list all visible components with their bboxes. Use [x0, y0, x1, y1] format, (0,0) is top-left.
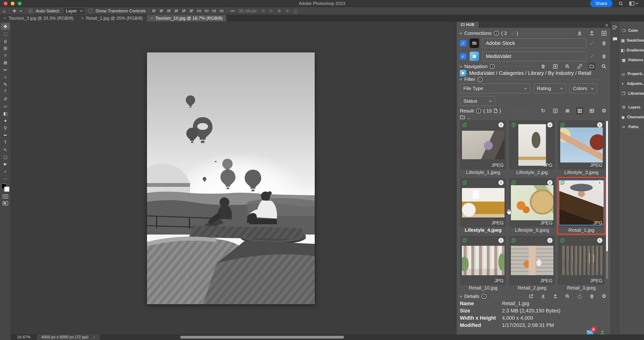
trash-icon[interactable]: [600, 53, 608, 60]
cihub-panel-tab[interactable]: CI HUB: [456, 22, 478, 28]
asset-thumbnail[interactable]: [462, 188, 504, 218]
dock-item-swatches[interactable]: ▦Swatches: [619, 35, 644, 45]
document-tab-0[interactable]: ×Tourism_3.jpg @ 33.3% (RGB/8): [0, 15, 77, 21]
asset-thumbnail[interactable]: [560, 127, 603, 163]
info-icon[interactable]: i: [490, 64, 495, 69]
filter-dropdown-rating[interactable]: Rating: [533, 83, 566, 93]
add-folder-icon[interactable]: [552, 63, 559, 70]
asset-card[interactable]: iJPG: [558, 178, 604, 227]
add-connection-icon[interactable]: [600, 30, 608, 37]
dock-item-layers[interactable]: ⧉Layers: [619, 102, 644, 112]
folder-up-label[interactable]: ..: [467, 114, 470, 120]
info-icon[interactable]: i: [597, 238, 602, 243]
align-left-icon[interactable]: [152, 9, 156, 13]
distribute-vcenter-icon[interactable]: [220, 9, 224, 13]
add-result-icon[interactable]: [552, 107, 559, 114]
trash-icon[interactable]: [540, 63, 547, 70]
asset-thumbnail[interactable]: [462, 246, 504, 275]
asset-thumbnail[interactable]: [560, 246, 603, 275]
chevron-down-icon[interactable]: [459, 64, 462, 68]
open-external-icon[interactable]: [528, 293, 534, 300]
trash-icon[interactable]: [600, 40, 608, 47]
marquee-tool[interactable]: ⬚: [1, 30, 10, 37]
panel-scrollbar-thumb[interactable]: [606, 121, 608, 252]
show-transform-checkbox[interactable]: ✓: [88, 9, 92, 13]
dock-item-properti[interactable]: ⚍Properti..: [619, 69, 644, 79]
zoom-level[interactable]: 16.67%: [11, 335, 37, 340]
distribute-hcenter-icon[interactable]: [205, 9, 208, 13]
horizontal-scrollbar-thumb[interactable]: [180, 336, 344, 339]
dock-item-channels[interactable]: ◉Channels: [619, 112, 644, 122]
history-brush-tool[interactable]: ↺: [1, 95, 10, 102]
blur-tool[interactable]: ♦: [1, 117, 10, 124]
path-selection-tool[interactable]: ↖: [1, 146, 10, 153]
workspace-switcher-icon[interactable]: [629, 1, 638, 5]
navigation-section-header[interactable]: Navigation i: [460, 63, 608, 70]
info-icon[interactable]: i: [498, 122, 504, 127]
user-account-icon[interactable]: [600, 330, 605, 335]
close-tab-icon[interactable]: ×: [81, 16, 84, 21]
asset-filename[interactable]: Lifestyle_9.jpeg: [510, 227, 554, 233]
asset-card[interactable]: iJPG: [510, 121, 554, 169]
type-tool[interactable]: T: [1, 139, 10, 146]
asset-card[interactable]: iJPEG: [510, 178, 554, 227]
card-view-icon[interactable]: [588, 107, 595, 114]
result-item[interactable]: iJPEGRetail_2.jpeg: [509, 236, 555, 292]
dock-item-adjustm[interactable]: ◐Adjustm..: [619, 79, 644, 89]
connection-name-field[interactable]: MediaValet: [482, 51, 586, 61]
search-icon[interactable]: [600, 63, 608, 70]
result-item[interactable]: iJPGRetail_1.jpg: [558, 178, 605, 234]
filter-dropdown-file-type[interactable]: File Type: [460, 83, 530, 93]
tool-preset-chevron-icon[interactable]: [19, 9, 22, 12]
asset-card[interactable]: iJPEG: [558, 236, 604, 285]
auto-select-checkbox[interactable]: ✓: [28, 9, 32, 13]
color-swatches[interactable]: [2, 184, 9, 192]
asset-thumbnail[interactable]: [511, 246, 554, 275]
zoom-in-icon[interactable]: [564, 63, 571, 70]
asset-thumbnail[interactable]: [558, 180, 604, 225]
result-item[interactable]: iJPGRetail_10.jpg: [460, 236, 506, 292]
clone-stamp-tool[interactable]: ⍑: [1, 88, 10, 95]
result-item[interactable]: iJPEGRetail_3.jpeg: [558, 236, 605, 292]
info-icon[interactable]: i: [482, 294, 486, 299]
search-icon[interactable]: [618, 1, 623, 6]
asset-filename[interactable]: Lifestyle_3.jpeg: [558, 169, 604, 176]
asset-filename[interactable]: Lifestyle_1.jpeg: [460, 169, 506, 176]
panel-menu-icon[interactable]: ≡: [606, 23, 608, 28]
close-tab-icon[interactable]: ×: [150, 16, 153, 21]
asset-card[interactable]: iJPEG: [460, 178, 506, 227]
folder-up-row[interactable]: ..: [460, 114, 608, 120]
share-button[interactable]: Share: [590, 0, 612, 7]
align-bottom-icon[interactable]: [190, 9, 194, 13]
panel-scrollbar-track[interactable]: [606, 251, 608, 279]
crop-tool[interactable]: ⌗: [1, 52, 10, 59]
notifications-mail-icon[interactable]: 8: [586, 330, 594, 335]
zoom-tool[interactable]: ⌕: [1, 168, 10, 175]
dodge-tool[interactable]: ⚲: [1, 124, 10, 131]
filter-section-header[interactable]: Filter i: [460, 76, 608, 82]
info-icon[interactable]: i: [498, 180, 504, 185]
asset-filename[interactable]: Retail_1.jpg: [558, 227, 604, 233]
gradient-tool[interactable]: ◧: [1, 110, 10, 117]
download-asset-icon[interactable]: [540, 293, 547, 300]
folder-view-icon[interactable]: [588, 63, 595, 70]
align-vcenter-icon[interactable]: [182, 9, 186, 13]
history-panel-icon[interactable]: [612, 25, 618, 31]
info-icon[interactable]: i: [597, 122, 602, 127]
move-tool[interactable]: ✥: [1, 23, 10, 30]
object-selection-tool[interactable]: ⊞: [1, 45, 10, 52]
asset-filename[interactable]: Retail_2.jpeg: [510, 285, 554, 291]
upload-asset-icon[interactable]: [552, 293, 559, 300]
asset-thumbnail[interactable]: [462, 131, 504, 159]
refresh-icon[interactable]: ↻: [540, 107, 547, 114]
background-color-swatch[interactable]: [4, 187, 9, 192]
screen-mode-icon[interactable]: [2, 201, 8, 205]
result-item[interactable]: iJPEGLifestyle_1.jpeg: [460, 120, 506, 176]
chevron-down-icon[interactable]: [459, 31, 462, 34]
more-tools[interactable]: ⋯: [1, 175, 10, 182]
breadcrumb-path[interactable]: MediaValet / Categories / Library / By I…: [469, 70, 591, 76]
quick-mask-icon[interactable]: [2, 194, 8, 199]
info-icon[interactable]: i: [597, 180, 602, 185]
document-tab-2[interactable]: ×Tourism_10.jpg @ 16.7% (RGB/8): [147, 15, 226, 21]
filter-dropdown-status[interactable]: Status: [460, 96, 495, 106]
